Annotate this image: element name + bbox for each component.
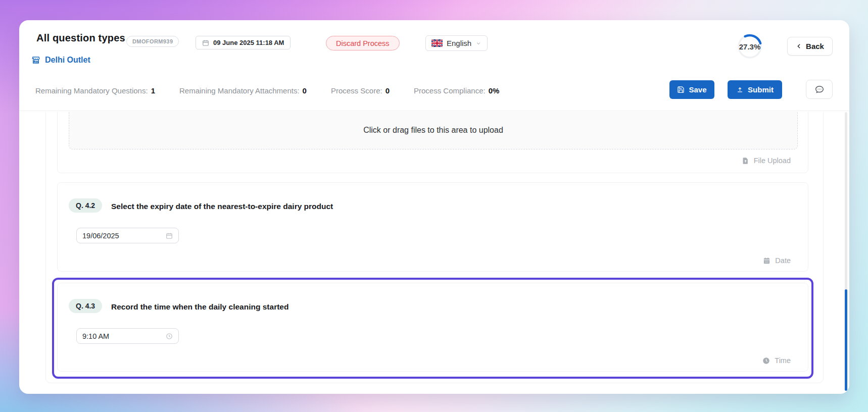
stat-remaining-questions: Remaining Mandatory Questions: 1 — [35, 86, 155, 95]
question-type-label: Date — [763, 256, 791, 265]
chevron-left-icon — [796, 43, 802, 49]
back-label: Back — [806, 42, 824, 50]
calendar-icon — [166, 232, 173, 239]
app-background: All question types DMOFORM939 09 June 20… — [0, 0, 868, 412]
stat-remaining-attachments: Remaining Mandatory Attachments: 0 — [179, 86, 307, 95]
file-dropzone[interactable]: Click or drag files to this area to uplo… — [69, 112, 798, 149]
submit-label: Submit — [748, 85, 774, 94]
discard-process-button[interactable]: Discard Process — [326, 36, 400, 50]
discard-process-label: Discard Process — [336, 39, 390, 47]
language-value: English — [447, 39, 471, 47]
uk-flag-icon — [431, 39, 443, 47]
language-select[interactable]: English — [425, 35, 488, 51]
form-datetime-chip: 09 June 2025 11:18 AM — [196, 36, 291, 49]
save-icon — [677, 86, 685, 93]
save-button[interactable]: Save — [669, 80, 714, 99]
form-page-card: All question types DMOFORM939 09 June 20… — [19, 20, 849, 394]
stats-row: Remaining Mandatory Questions: 1 Remaini… — [35, 83, 499, 97]
date-input[interactable]: 19/06/2025 — [76, 228, 179, 243]
question-text: Record the time when the daily cleaning … — [111, 302, 288, 312]
question-card-upload: Click or drag files to this area to uplo… — [57, 112, 808, 173]
stat-process-compliance: Process Compliance: 0% — [414, 86, 499, 95]
outlet-link[interactable]: Delhi Outlet — [31, 56, 90, 65]
time-input[interactable]: 9:10 AM — [76, 328, 179, 344]
question-type-label: File Upload — [742, 157, 791, 165]
outlet-name: Delhi Outlet — [45, 56, 90, 65]
question-number-badge: Q. 4.2 — [69, 198, 102, 213]
calendar-icon — [202, 39, 209, 46]
file-upload-icon — [742, 157, 749, 165]
back-button[interactable]: Back — [787, 37, 833, 56]
form-header: All question types DMOFORM939 09 June 20… — [19, 20, 849, 111]
upload-icon — [736, 86, 744, 93]
page-title: All question types — [36, 32, 125, 44]
date-value: 19/06/2025 — [82, 232, 119, 240]
question-card-q4-3: Q. 4.3 Record the time when the daily cl… — [57, 283, 808, 372]
submit-button[interactable]: Submit — [728, 80, 782, 99]
clock-icon — [762, 357, 770, 365]
form-code-badge: DMOFORM939 — [126, 36, 179, 47]
calendar-icon — [763, 257, 770, 265]
stat-process-score: Process Score: 0 — [331, 86, 390, 95]
question-text: Select the expiry date of the nearest-to… — [111, 202, 333, 211]
question-type-label: Time — [762, 356, 791, 365]
questions-scroll-area: Click or drag files to this area to uplo… — [19, 112, 849, 394]
dropzone-text: Click or drag files to this area to uplo… — [363, 126, 503, 149]
save-label: Save — [689, 85, 706, 94]
scrollbar-thumb[interactable] — [845, 289, 847, 391]
time-value: 9:10 AM — [82, 332, 109, 340]
question-card-q4-2: Q. 4.2 Select the expiry date of the nea… — [57, 182, 808, 272]
progress-percentage: 27.3% — [719, 42, 780, 51]
store-icon — [31, 56, 40, 65]
chat-icon — [814, 84, 825, 94]
comments-button[interactable] — [806, 80, 833, 99]
clock-icon — [166, 333, 173, 340]
question-number-badge: Q. 4.3 — [69, 299, 102, 313]
form-datetime: 09 June 2025 11:18 AM — [213, 39, 284, 46]
chevron-down-icon — [475, 40, 481, 46]
